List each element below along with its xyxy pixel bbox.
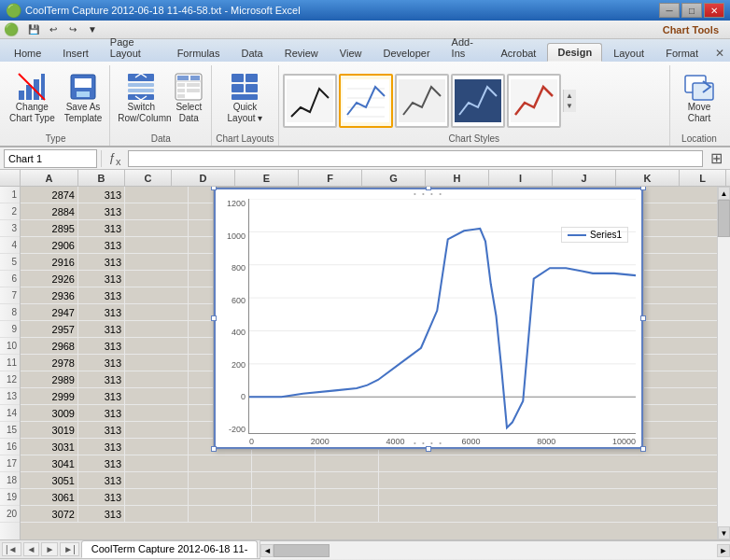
cell-empty[interactable] xyxy=(252,506,316,522)
cell-empty[interactable] xyxy=(125,304,189,320)
row-num-9[interactable]: 9 xyxy=(0,321,20,338)
cell-empty[interactable] xyxy=(316,506,379,522)
chart-style-2[interactable] xyxy=(339,74,393,128)
tab-insert[interactable]: Insert xyxy=(52,44,99,62)
row-num-11[interactable]: 11 xyxy=(0,355,20,371)
cell-empty[interactable] xyxy=(252,472,316,488)
cell-b-4[interactable]: 313 xyxy=(78,237,125,253)
cell-empty[interactable] xyxy=(125,506,189,522)
cell-a-20[interactable]: 3072 xyxy=(21,506,78,522)
row-num-12[interactable]: 12 xyxy=(0,371,20,388)
col-header-a[interactable]: A xyxy=(21,170,78,186)
sheet-nav-next[interactable]: ► xyxy=(41,542,58,556)
chart-style-4[interactable] xyxy=(451,74,505,128)
qa-save[interactable]: 💾 xyxy=(25,22,42,37)
cell-empty[interactable] xyxy=(252,455,316,471)
cell-b-6[interactable]: 313 xyxy=(78,271,125,287)
cell-empty[interactable] xyxy=(189,472,252,488)
horizontal-scrollbar[interactable]: ◄ ► xyxy=(260,540,730,559)
cell-b-14[interactable]: 313 xyxy=(78,405,125,421)
formula-input[interactable] xyxy=(128,150,703,167)
cell-empty[interactable] xyxy=(125,455,189,471)
cell-a-14[interactable]: 3009 xyxy=(21,405,78,421)
cell-empty[interactable] xyxy=(125,338,189,354)
cell-b-10[interactable]: 313 xyxy=(78,338,125,354)
cell-a-6[interactable]: 2926 xyxy=(21,271,78,287)
cell-empty[interactable] xyxy=(316,455,379,471)
cell-b-16[interactable]: 313 xyxy=(78,439,125,455)
drag-handle-tr[interactable] xyxy=(640,187,646,190)
col-header-c[interactable]: C xyxy=(125,170,172,186)
cell-empty[interactable] xyxy=(125,220,189,236)
row-num-18[interactable]: 18 xyxy=(0,472,20,489)
cell-a-10[interactable]: 2968 xyxy=(21,338,78,354)
drag-handle-bl[interactable] xyxy=(211,446,217,452)
tab-add-ins[interactable]: Add-Ins xyxy=(442,33,490,62)
row-num-14[interactable]: 14 xyxy=(0,405,20,422)
h-scroll-left[interactable]: ◄ xyxy=(260,544,274,557)
qa-redo[interactable]: ↪ xyxy=(64,22,81,37)
cell-empty[interactable] xyxy=(125,287,189,303)
name-box[interactable]: Chart 1 xyxy=(4,149,97,168)
row-num-17[interactable]: 17 xyxy=(0,455,20,472)
cell-empty[interactable] xyxy=(125,422,189,438)
sheet-nav-prev[interactable]: ◄ xyxy=(23,542,40,556)
cell-b-2[interactable]: 313 xyxy=(78,203,125,219)
quick-layout-button[interactable]: QuickLayout ▾ xyxy=(224,69,267,127)
cell-b-17[interactable]: 313 xyxy=(78,455,125,471)
row-num-19[interactable]: 19 xyxy=(0,489,20,506)
tab-data[interactable]: Data xyxy=(231,44,273,62)
cell-empty[interactable] xyxy=(125,439,189,455)
cell-a-9[interactable]: 2957 xyxy=(21,321,78,337)
qa-undo[interactable]: ↩ xyxy=(45,22,62,37)
cell-a-16[interactable]: 3031 xyxy=(21,439,78,455)
row-num-3[interactable]: 3 xyxy=(0,220,20,237)
cell-b-9[interactable]: 313 xyxy=(78,321,125,337)
cell-b-1[interactable]: 313 xyxy=(78,187,125,203)
cell-empty[interactable] xyxy=(125,271,189,287)
maximize-button[interactable]: □ xyxy=(681,3,702,18)
row-num-8[interactable]: 8 xyxy=(0,304,20,321)
cell-empty[interactable] xyxy=(125,489,189,505)
drag-handle-tl[interactable] xyxy=(211,187,217,190)
cell-a-2[interactable]: 2884 xyxy=(21,203,78,219)
cell-a-19[interactable]: 3061 xyxy=(21,489,78,505)
drag-handle-br[interactable] xyxy=(640,446,646,452)
col-header-k[interactable]: K xyxy=(616,170,680,186)
cell-a-13[interactable]: 2999 xyxy=(21,388,78,404)
sheet-tab-1[interactable]: CoolTerm Capture 2012-06-18 11- xyxy=(81,540,259,558)
chart-style-1[interactable] xyxy=(283,74,337,128)
ribbon-close-icon[interactable]: ✕ xyxy=(709,45,730,62)
row-num-20[interactable]: 20 xyxy=(0,506,20,523)
tab-design[interactable]: Design xyxy=(547,43,602,62)
cell-b-18[interactable]: 313 xyxy=(78,472,125,488)
row-num-15[interactable]: 15 xyxy=(0,422,20,439)
close-button[interactable]: ✕ xyxy=(704,3,724,18)
cell-a-4[interactable]: 2906 xyxy=(21,237,78,253)
tab-page-layout[interactable]: Page Layout xyxy=(100,33,166,62)
save-as-template-button[interactable]: Save AsTemplate xyxy=(61,69,106,127)
move-chart-button[interactable]: MoveChart xyxy=(676,69,723,127)
expand-formula-icon[interactable]: ⊞ xyxy=(707,149,726,167)
row-num-1[interactable]: 1 xyxy=(0,187,20,203)
sheet-nav-last[interactable]: ►| xyxy=(60,542,79,556)
row-num-7[interactable]: 7 xyxy=(0,287,20,304)
cell-empty[interactable] xyxy=(189,489,252,505)
cell-empty[interactable] xyxy=(125,237,189,253)
cell-b-15[interactable]: 313 xyxy=(78,422,125,438)
cell-a-7[interactable]: 2936 xyxy=(21,287,78,303)
cell-b-7[interactable]: 313 xyxy=(78,287,125,303)
row-num-2[interactable]: 2 xyxy=(0,203,20,220)
cell-a-15[interactable]: 3019 xyxy=(21,422,78,438)
cell-b-19[interactable]: 313 xyxy=(78,489,125,505)
scroll-down-icon[interactable]: ▼ xyxy=(566,102,574,110)
cell-a-1[interactable]: 2874 xyxy=(21,187,78,203)
h-scroll-right[interactable]: ► xyxy=(717,544,730,557)
tab-review[interactable]: Review xyxy=(274,44,329,62)
cell-b-13[interactable]: 313 xyxy=(78,388,125,404)
scroll-thumb[interactable] xyxy=(718,200,730,237)
scroll-up-icon[interactable]: ▲ xyxy=(566,91,574,100)
col-header-l[interactable]: L xyxy=(680,170,726,186)
cell-empty[interactable] xyxy=(252,489,316,505)
switch-row-column-button[interactable]: SwitchRow/Column xyxy=(114,69,168,127)
